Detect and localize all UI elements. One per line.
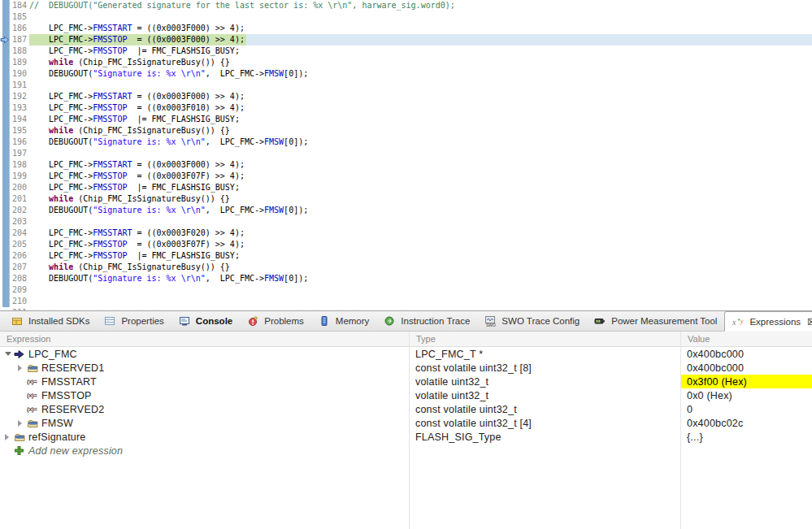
value-cell[interactable]: 0x0 (Hex) xyxy=(680,388,812,402)
value-cell[interactable]: 0x400bc000 xyxy=(680,361,812,375)
code-line[interactable]: 195 while (Chip_FMC_IsSignatureBusy()) {… xyxy=(0,125,812,137)
code-text[interactable]: while (Chip_FMC_IsSignatureBusy()) {} xyxy=(29,57,812,68)
view-tab-problems[interactable]: Problems xyxy=(240,311,311,331)
column-header-type[interactable]: Type xyxy=(409,332,680,346)
code-line[interactable]: 189 while (Chip_FMC_IsSignatureBusy()) {… xyxy=(0,57,812,68)
code-line[interactable]: 201 while (Chip_FMC_IsSignatureBusy()) {… xyxy=(0,193,812,205)
column-resize-handle[interactable] xyxy=(680,332,681,529)
code-line[interactable]: 194 LPC_FMC->FMSSTOP |= FMC_FLASHSIG_BUS… xyxy=(0,114,812,125)
code-line[interactable]: 204 LPC_FMC->FMSSTART = ((0x0003F020) >>… xyxy=(0,228,812,239)
expression-cell[interactable]: LPC_FMC xyxy=(0,347,409,361)
expression-row[interactable]: refSignatureFLASH_SIG_Type{...} xyxy=(0,430,812,444)
value-cell-changed[interactable]: 0x3f00 (Hex) xyxy=(680,375,812,388)
view-tab-expressions[interactable]: x+yExpressions⊠ xyxy=(724,311,812,332)
value-cell[interactable]: {...} xyxy=(680,430,812,444)
code-line[interactable]: 199 LPC_FMC->FMSSTOP = ((0x0003F07F) >> … xyxy=(0,171,812,182)
code-text[interactable]: DEBUGOUT("Signature is: %x \r\n", LPC_FM… xyxy=(29,205,812,216)
column-header-value[interactable]: Value xyxy=(680,332,812,346)
code-text[interactable]: DEBUGOUT("Signature is: %x \r\n", LPC_FM… xyxy=(29,137,812,148)
code-text[interactable]: LPC_FMC->FMSSTOP = ((0x0003F000) >> 4); xyxy=(29,34,812,46)
value-cell[interactable]: 0 xyxy=(680,402,812,416)
code-line[interactable]: 191 xyxy=(0,80,812,91)
expression-row[interactable]: RESERVED1const volatile uint32_t [8]0x40… xyxy=(0,361,812,375)
code-text[interactable]: LPC_FMC->FMSSTART = ((0x0003F000) >> 4); xyxy=(29,23,812,34)
value-cell[interactable]: 0x400bc000 xyxy=(680,347,812,361)
code-line[interactable]: 185 xyxy=(0,11,812,23)
code-text[interactable]: LPC_FMC->FMSSTOP |= FMC_FLASHSIG_BUSY; xyxy=(29,46,812,57)
code-text[interactable] xyxy=(29,11,812,23)
code-line[interactable]: 209 xyxy=(0,284,812,296)
view-tab-instruction-trace[interactable]: Instruction Trace xyxy=(376,311,477,331)
view-tab-power-measurement-tool[interactable]: Power Measurement Tool xyxy=(587,311,724,331)
view-tab-console[interactable]: Console xyxy=(172,311,240,331)
close-icon[interactable]: ⊠ xyxy=(807,317,812,327)
expression-cell[interactable]: (x)=FMSSTOP xyxy=(0,388,409,402)
code-line[interactable]: 203 xyxy=(0,216,812,228)
expression-row[interactable]: (x)=FMSSTARTvolatile uint32_t0x3f00 (Hex… xyxy=(0,375,812,388)
code-editor[interactable]: 184// DEBUGOUT("Generated signature for … xyxy=(0,0,812,310)
value-cell[interactable] xyxy=(680,444,812,457)
code-line[interactable]: 186 LPC_FMC->FMSSTART = ((0x0003F000) >>… xyxy=(0,23,812,34)
code-text[interactable] xyxy=(29,296,812,307)
code-line[interactable]: 205 LPC_FMC->FMSSTOP = ((0x0003F07F) >> … xyxy=(0,239,812,250)
code-text[interactable]: while (Chip_FMC_IsSignatureBusy()) {} xyxy=(29,193,812,205)
value-cell[interactable]: 0x400bc02c xyxy=(680,416,812,430)
code-text[interactable]: LPC_FMC->FMSSTOP |= FMC_FLASHSIG_BUSY; xyxy=(29,114,812,125)
expression-name: RESERVED2 xyxy=(41,404,104,415)
expression-cell[interactable]: (x)=RESERVED2 xyxy=(0,402,409,416)
code-line[interactable]: 206 LPC_FMC->FMSSTOP |= FMC_FLASHSIG_BUS… xyxy=(0,250,812,262)
expression-cell[interactable]: Add new expression xyxy=(0,444,409,457)
code-text[interactable]: LPC_FMC->FMSSTOP |= FMC_FLASHSIG_BUSY; xyxy=(29,250,812,262)
code-line[interactable]: 200 LPC_FMC->FMSSTOP |= FMC_FLASHSIG_BUS… xyxy=(0,182,812,193)
code-text[interactable]: LPC_FMC->FMSSTART = ((0x0003F000) >> 4); xyxy=(29,91,812,102)
code-text[interactable] xyxy=(29,216,812,228)
code-text[interactable]: while (Chip_FMC_IsSignatureBusy()) {} xyxy=(29,125,812,137)
tree-expand-icon[interactable] xyxy=(5,434,14,440)
code-line[interactable]: 198 LPC_FMC->FMSSTART = ((0x0003F000) >>… xyxy=(0,159,812,171)
code-line[interactable]: 210 xyxy=(0,296,812,307)
tree-expand-icon[interactable] xyxy=(18,365,27,371)
column-header-expression[interactable]: Expression xyxy=(0,332,409,346)
code-line[interactable]: 187 LPC_FMC->FMSSTOP = ((0x0003F000) >> … xyxy=(0,34,812,46)
expression-cell[interactable]: FMSW xyxy=(0,416,409,430)
expression-row[interactable]: Add new expression xyxy=(0,444,812,457)
expression-row[interactable]: FMSWconst volatile uint32_t [4]0x400bc02… xyxy=(0,416,812,430)
code-text[interactable]: while (Chip_FMC_IsSignatureBusy()) {} xyxy=(29,262,812,273)
code-line[interactable]: 193 LPC_FMC->FMSSTOP = ((0x0003F010) >> … xyxy=(0,102,812,114)
code-line[interactable]: 190 DEBUGOUT("Signature is: %x \r\n", LP… xyxy=(0,68,812,80)
code-text[interactable] xyxy=(29,80,812,91)
code-text[interactable]: LPC_FMC->FMSSTOP |= FMC_FLASHSIG_BUSY; xyxy=(29,182,812,193)
expression-row[interactable]: (x)=RESERVED2const volatile uint32_t0 xyxy=(0,402,812,416)
code-line[interactable]: 188 LPC_FMC->FMSSTOP |= FMC_FLASHSIG_BUS… xyxy=(0,46,812,57)
view-tab-memory[interactable]: Memory xyxy=(311,311,377,331)
tree-collapse-icon[interactable] xyxy=(5,352,14,356)
expression-cell[interactable]: (x)=FMSSTART xyxy=(0,375,409,388)
code-text[interactable]: DEBUGOUT("Signature is: %x \r\n", LPC_FM… xyxy=(29,68,812,80)
code-text[interactable]: DEBUGOUT("Signature is: %x \r\n", LPC_FM… xyxy=(29,273,812,284)
add-new-expression-label[interactable]: Add new expression xyxy=(28,445,123,457)
column-resize-handle[interactable] xyxy=(409,332,410,529)
code-line[interactable]: 184// DEBUGOUT("Generated signature for … xyxy=(0,0,812,11)
code-line[interactable]: 208 DEBUGOUT("Signature is: %x \r\n", LP… xyxy=(0,273,812,284)
expression-cell[interactable]: refSignature xyxy=(0,430,409,444)
expression-cell[interactable]: RESERVED1 xyxy=(0,361,409,375)
view-tab-installed-sdks[interactable]: Installed SDKs xyxy=(4,311,97,331)
code-text[interactable]: LPC_FMC->FMSSTART = ((0x0003F000) >> 4); xyxy=(29,159,812,171)
tree-expand-icon[interactable] xyxy=(18,420,27,427)
code-line[interactable]: 207 while (Chip_FMC_IsSignatureBusy()) {… xyxy=(0,262,812,273)
view-tab-properties[interactable]: Properties xyxy=(97,311,171,331)
expression-row[interactable]: LPC_FMCLPC_FMC_T *0x400bc000 xyxy=(0,347,812,361)
code-text[interactable]: LPC_FMC->FMSSTOP = ((0x0003F07F) >> 4); xyxy=(29,171,812,182)
view-tab-swo-trace-config[interactable]: SWOSWO Trace Config xyxy=(477,311,587,331)
code-line[interactable]: 197 xyxy=(0,148,812,159)
code-line[interactable]: 192 LPC_FMC->FMSSTART = ((0x0003F000) >>… xyxy=(0,91,812,102)
code-text[interactable] xyxy=(29,148,812,159)
code-line[interactable]: 196 DEBUGOUT("Signature is: %x \r\n", LP… xyxy=(0,137,812,148)
code-text[interactable] xyxy=(29,284,812,296)
code-text[interactable]: LPC_FMC->FMSSTOP = ((0x0003F010) >> 4); xyxy=(29,102,812,114)
code-text[interactable]: // DEBUGOUT("Generated signature for the… xyxy=(29,0,812,11)
expression-row[interactable]: (x)=FMSSTOPvolatile uint32_t0x0 (Hex) xyxy=(0,388,812,402)
code-line[interactable]: 202 DEBUGOUT("Signature is: %x \r\n", LP… xyxy=(0,205,812,216)
code-text[interactable]: LPC_FMC->FMSSTOP = ((0x0003F07F) >> 4); xyxy=(29,239,812,250)
code-text[interactable]: LPC_FMC->FMSSTART = ((0x0003F020) >> 4); xyxy=(29,228,812,239)
